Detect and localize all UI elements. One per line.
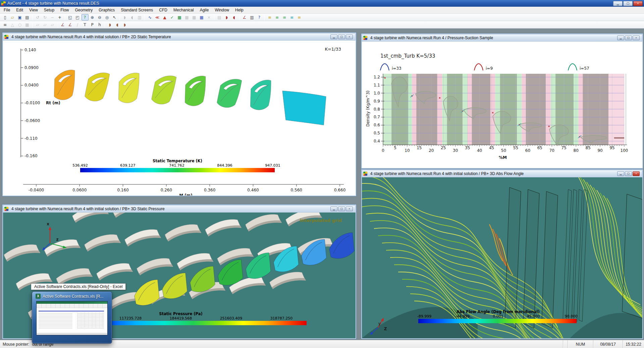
blade-red-a-icon[interactable]: ◗ <box>223 14 230 20</box>
profiles-stack-icon[interactable]: ≡ <box>2 21 9 28</box>
blade-copper-b-icon[interactable]: ◖ <box>114 21 121 28</box>
blade-copper-a-icon[interactable]: ◗ <box>107 21 114 28</box>
copy-view-icon[interactable]: ▥ <box>249 14 256 20</box>
accept-check-icon[interactable]: ✓ <box>169 14 176 20</box>
menu-item-cfd[interactable]: CFD <box>156 7 170 13</box>
grid-table-icon[interactable]: ▦ <box>198 14 205 20</box>
screen-layouts-more-icon[interactable]: ≡ <box>296 14 303 20</box>
percent-m-tick-label: 25 <box>441 146 446 150</box>
menu-item-file[interactable]: File <box>1 7 13 13</box>
close-button[interactable]: × <box>633 171 640 176</box>
plot-tool-a-icon[interactable]: ∠ <box>59 21 66 28</box>
window-2d-static-temperature[interactable]: 4 stage turbine with Numeca result Run 4… <box>2 32 357 196</box>
help-icon[interactable]: ? <box>256 14 263 20</box>
menu-item-window[interactable]: Window <box>212 7 232 13</box>
grid-fine-icon: ▦ <box>183 14 191 20</box>
percent-m-tick-label: 20 <box>429 148 434 153</box>
close-button[interactable]: × <box>346 207 353 211</box>
maximize-button[interactable]: ▢ <box>625 36 632 40</box>
enthalpy-icon[interactable]: h <box>96 21 103 28</box>
zoom-in-icon[interactable]: ⊕ <box>89 14 96 20</box>
status-time: 15:32:22 <box>623 340 644 348</box>
maximize-button[interactable]: ▢ <box>625 171 632 176</box>
new-file-icon[interactable]: ▯ <box>2 14 9 20</box>
plot-tool-b-icon[interactable]: ∠ <box>67 21 74 28</box>
streamline <box>580 177 642 308</box>
menu-item-flow[interactable]: Flow <box>57 7 72 13</box>
menu-item-edit[interactable]: Edit <box>13 7 26 13</box>
static-pressure-colorbar: Static Pressure (Pa)117235.728184419.568… <box>80 311 307 327</box>
throughflow-arcs-icon[interactable]: ≪ <box>154 14 161 20</box>
grey-blade <box>84 233 121 252</box>
colorbar-tick-label: 45.000 <box>527 314 540 318</box>
excel-status-strip <box>37 333 107 335</box>
window-pressure-suction-sample[interactable]: 4 stage turbine with Numeca result Run 4… <box>361 33 643 169</box>
triad-z-label: z <box>56 237 59 242</box>
child-title-bar[interactable]: 4 stage turbine with Numeca result Run 4… <box>362 170 642 177</box>
menu-item-agile[interactable]: Agile <box>197 7 212 13</box>
taskbar-preview-thumbnail[interactable]: X Active Software Contracts.xls [R... <box>32 291 112 344</box>
menu-item-geometry[interactable]: Geometry <box>72 7 96 13</box>
pan-icon[interactable]: ◰ <box>74 14 81 20</box>
minimize-button[interactable]: ▁ <box>330 35 337 39</box>
blade-copper-c-icon[interactable]: ◗ <box>121 21 128 28</box>
legend-arc <box>568 64 577 70</box>
screen-layout-2-icon[interactable]: ≡ <box>274 14 281 20</box>
child-title-bar[interactable]: 4 stage turbine with Numeca result Run 4… <box>3 33 356 41</box>
density-plot-canvas[interactable]: 1st_cmb_Turb K=5/33i=33i=9i=571.21.11.00… <box>362 42 642 168</box>
status-date: 08/08/17 <box>593 340 623 348</box>
menu-item-mechanical[interactable]: Mechanical <box>170 7 197 13</box>
minimize-button[interactable]: ▁ <box>617 171 624 176</box>
grid-3d-icon[interactable]: ▦ <box>176 14 183 20</box>
total-temperature-icon[interactable]: T <box>82 21 89 28</box>
screen-layout-3-icon[interactable]: ≡ <box>281 14 288 20</box>
thumbnail-title: Active Software Contracts.xls [R... <box>43 294 103 299</box>
menu-item-view[interactable]: View <box>26 7 41 13</box>
maximize-button[interactable]: ▢ <box>623 1 633 6</box>
main-title-bar[interactable]: AxCent - 4 stage turbine with Numeca res… <box>0 0 644 7</box>
maximize-button[interactable]: ▢ <box>338 35 345 39</box>
chart-axes-icon[interactable]: ∠ <box>241 14 248 20</box>
close-button[interactable]: × <box>633 36 640 40</box>
streamline <box>587 182 642 316</box>
blade-to-blade-icon[interactable]: ∿ <box>147 14 154 20</box>
toolbar-row-1: ▯▱▣▤↺↻−+◱◰?⊕⊖◎↖◗◖▥∿≪▲✓▦▦▩▦×▤◗◖∠▥?≡≡≡≡≡ <box>0 14 644 21</box>
open-folder-icon[interactable]: ▱ <box>9 14 16 20</box>
child-title-bar[interactable]: 4 stage turbine with Numeca result Run 4… <box>3 205 356 213</box>
maximize-button[interactable]: ▢ <box>338 207 345 211</box>
minimize-button[interactable]: ▁ <box>613 1 623 6</box>
rt-axis-label: Rt (m) <box>46 101 60 105</box>
select-cursor-icon[interactable]: ↖ <box>111 14 118 20</box>
zoom-region-icon[interactable]: ◱ <box>67 14 74 20</box>
k-index-label: K=1/33 <box>325 47 341 52</box>
child-title-bar[interactable]: 4 stage turbine with Numeca result Run 4… <box>362 34 642 42</box>
menu-item-graphics[interactable]: Graphics <box>96 7 118 13</box>
center-view-icon[interactable]: ◎ <box>104 14 111 20</box>
taskbar-preview-tooltip: Active Software Contracts.xls [Read-Only… <box>31 283 126 290</box>
doc-b-icon: ▱ <box>42 21 49 28</box>
window-3d-abs-flow-angle[interactable]: 4 stage turbine with Numeca result Run 4… <box>361 169 643 339</box>
save-icon[interactable]: ▣ <box>16 14 23 20</box>
screen-layout-4-icon[interactable]: ≡ <box>288 14 296 20</box>
menu-item-help[interactable]: Help <box>232 7 247 13</box>
close-button[interactable]: × <box>346 35 353 39</box>
print-icon[interactable]: ▤ <box>24 14 31 20</box>
close-button[interactable]: × <box>633 1 643 6</box>
blade-red-b-icon[interactable]: ◖ <box>231 14 238 20</box>
streamline <box>362 177 550 311</box>
percent-m-tick-label: 45 <box>489 146 494 150</box>
meridional-view-icon[interactable]: ▲ <box>161 14 168 20</box>
zoom-out-icon[interactable]: ⊖ <box>96 14 103 20</box>
minimize-button[interactable]: ▁ <box>330 207 337 211</box>
streamline <box>577 177 640 305</box>
menu-item-standard-screens[interactable]: Standard Screens <box>118 7 156 13</box>
density-tick-label: 0.9 <box>374 99 380 104</box>
menu-item-setup[interactable]: Setup <box>41 7 57 13</box>
expand-plus-icon[interactable]: + <box>56 14 63 20</box>
screen-layout-1-icon[interactable]: ≡ <box>266 14 273 20</box>
excel-ribbon <box>37 304 107 308</box>
total-pressure-icon[interactable]: P <box>89 21 96 28</box>
minimize-button[interactable]: ▁ <box>617 36 624 40</box>
excel-sheet-columns <box>77 312 104 329</box>
query-mode-icon[interactable]: ? <box>82 14 89 20</box>
